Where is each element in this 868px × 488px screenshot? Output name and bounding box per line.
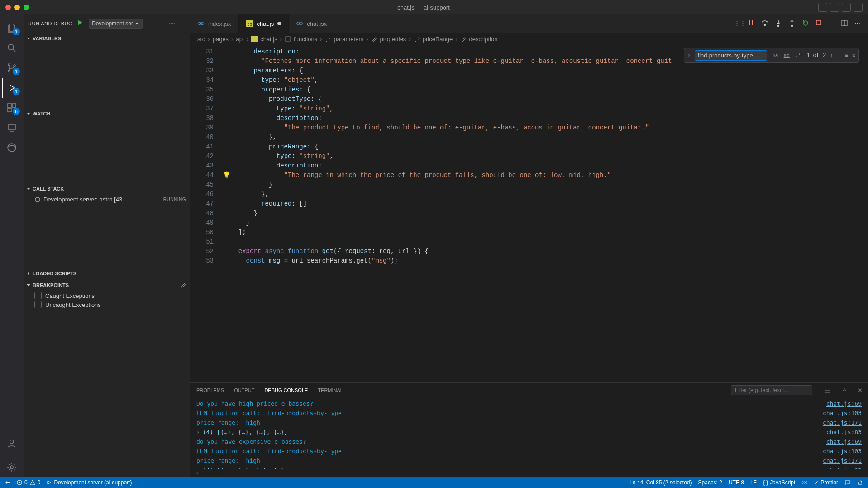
source-control-activity[interactable]: 1: [2, 58, 22, 78]
code-content[interactable]: properties: {: [231, 85, 868, 95]
crumb[interactable]: description: [469, 36, 498, 43]
console-source-link[interactable]: chat.js:83: [826, 428, 862, 436]
console-source-link[interactable]: chat.js:171: [823, 418, 862, 427]
crumb[interactable]: api: [236, 36, 243, 43]
match-case-button[interactable]: Aa: [771, 52, 780, 59]
layout-sidebar-right-icon[interactable]: [842, 3, 851, 12]
code-content[interactable]: },: [231, 190, 868, 199]
code-line[interactable]: 45 }: [190, 180, 868, 190]
step-over-button[interactable]: [761, 19, 769, 28]
crumb[interactable]: chat.js: [260, 36, 277, 43]
crumb[interactable]: properties: [380, 36, 406, 43]
maximize-window-button[interactable]: [24, 5, 29, 10]
panel-tab-output[interactable]: OUTPUT: [233, 385, 255, 396]
code-line[interactable]: 42 type: "string",: [190, 152, 868, 161]
crumb[interactable]: pages: [213, 36, 229, 43]
bell-icon[interactable]: [857, 479, 863, 486]
start-debug-button[interactable]: [76, 19, 85, 28]
code-line[interactable]: 50 ];: [190, 228, 868, 237]
code-line[interactable]: 34 type: "object",: [190, 76, 868, 85]
code-content[interactable]: }: [231, 218, 868, 228]
find-prev-button[interactable]: ↑: [830, 52, 833, 59]
code-content[interactable]: type: "object",: [231, 76, 868, 85]
code-line[interactable]: 39 "The product type to find, should be …: [190, 123, 868, 133]
console-line[interactable]: LLM function call: find-products-by-type…: [196, 446, 862, 456]
code-line[interactable]: 48 }: [190, 209, 868, 218]
find-next-button[interactable]: ↓: [837, 52, 841, 59]
watch-section-header[interactable]: WATCH: [24, 108, 190, 120]
launch-config-select[interactable]: Development ser: [89, 19, 143, 29]
layout-customize-icon[interactable]: [854, 3, 863, 12]
extensions-activity[interactable]: 6: [2, 98, 22, 118]
cursor-position[interactable]: Ln 44, Col 85 (2 selected): [630, 479, 692, 486]
console-filter-input[interactable]: [731, 385, 812, 395]
launch-status[interactable]: Development server (ai-support): [46, 479, 132, 486]
code-line[interactable]: 43 description:: [190, 161, 868, 171]
console-source-link[interactable]: chat.js:69: [826, 437, 862, 446]
search-activity[interactable]: [2, 38, 22, 58]
code-line[interactable]: 46 },: [190, 190, 868, 199]
debug-console-body[interactable]: Do you have high-priced e-basses?chat.js…: [190, 398, 868, 469]
panel-close-icon[interactable]: ✕: [858, 387, 863, 394]
close-window-button[interactable]: [5, 5, 11, 10]
remote-status[interactable]: [5, 479, 11, 486]
more-actions-button[interactable]: ⋯: [179, 20, 185, 27]
callstack-section-header[interactable]: CALL STACK: [24, 183, 190, 195]
crumb[interactable]: parameters: [334, 36, 363, 43]
code-content[interactable]: "The range in which the price of the pro…: [231, 171, 868, 180]
crumb[interactable]: src: [197, 36, 205, 43]
tab-index[interactable]: index.jsx: [190, 14, 239, 33]
close-find-button[interactable]: ✕: [852, 52, 856, 59]
panel-tab-debug-console[interactable]: DEBUG CONSOLE: [263, 385, 309, 396]
panel-tab-problems[interactable]: PROBLEMS: [196, 385, 225, 396]
layout-sidebar-left-icon[interactable]: [818, 3, 827, 12]
code-line[interactable]: 37 type: "string",: [190, 104, 868, 114]
accounts-activity[interactable]: [2, 434, 22, 454]
eol-status[interactable]: LF: [750, 479, 757, 486]
tab-chat-jsx[interactable]: chat.jsx: [289, 14, 334, 33]
code-line[interactable]: 52 export async function get({ request: …: [190, 247, 868, 256]
panel-tab-terminal[interactable]: TERMINAL: [317, 385, 344, 396]
breakpoint-uncaught[interactable]: Uncaught Exceptions: [24, 300, 190, 309]
code-content[interactable]: [231, 237, 868, 247]
prettier-status[interactable]: ✓ Prettier: [814, 479, 838, 486]
console-source-link[interactable]: chat.js:69: [826, 399, 862, 408]
settings-activity[interactable]: [2, 457, 22, 477]
code-content[interactable]: }: [231, 209, 868, 218]
problems-status[interactable]: 0 0: [16, 479, 40, 486]
crumb[interactable]: functions: [294, 36, 317, 43]
radio-tower-icon[interactable]: [801, 479, 808, 486]
tab-chat-js[interactable]: JS chat.js: [239, 14, 289, 33]
split-editor-button[interactable]: [841, 19, 849, 28]
drag-handle-icon[interactable]: ⋮⋮: [734, 19, 742, 28]
explorer-activity[interactable]: 1: [2, 18, 22, 38]
console-line[interactable]: price range: highchat.js:171: [196, 456, 862, 465]
stop-button[interactable]: [816, 19, 824, 28]
code-content[interactable]: productType: {: [231, 95, 868, 104]
pause-button[interactable]: [748, 19, 756, 28]
find-selection-button[interactable]: ≡: [844, 52, 848, 59]
console-prompt[interactable]: ›: [190, 469, 868, 477]
code-line[interactable]: 51: [190, 237, 868, 247]
checkbox[interactable]: [34, 301, 42, 308]
minimize-window-button[interactable]: [14, 5, 20, 10]
code-line[interactable]: 47 required: []: [190, 199, 868, 209]
step-into-button[interactable]: [775, 19, 783, 28]
code-content[interactable]: },: [231, 133, 868, 142]
tree-view-icon[interactable]: [824, 387, 831, 394]
checkbox[interactable]: [34, 292, 42, 299]
code-line[interactable]: 53 const msg = url.searchParams.get("msg…: [190, 256, 868, 266]
run-debug-activity[interactable]: 1: [2, 78, 22, 98]
variables-section-header[interactable]: VARIABLES: [24, 33, 190, 44]
code-content[interactable]: export async function get({ request: req…: [231, 247, 868, 256]
breadcrumbs[interactable]: src› pages› api› chat.js› functions› par…: [190, 33, 868, 45]
regex-button[interactable]: .*: [793, 52, 803, 59]
code-line[interactable]: 49 }: [190, 218, 868, 228]
console-line[interactable]: Do you have high-priced e-basses?chat.js…: [196, 399, 862, 408]
console-source-link[interactable]: chat.js:103: [823, 447, 862, 455]
crumb[interactable]: priceRange: [423, 36, 453, 43]
settings-gear-button[interactable]: [168, 20, 176, 27]
console-source-link[interactable]: chat.js:171: [823, 456, 862, 465]
console-line[interactable]: ›(4) [{…}, {…}, {…}, {…}]chat.js:83: [196, 465, 862, 469]
console-source-link[interactable]: chat.js:103: [823, 409, 862, 417]
